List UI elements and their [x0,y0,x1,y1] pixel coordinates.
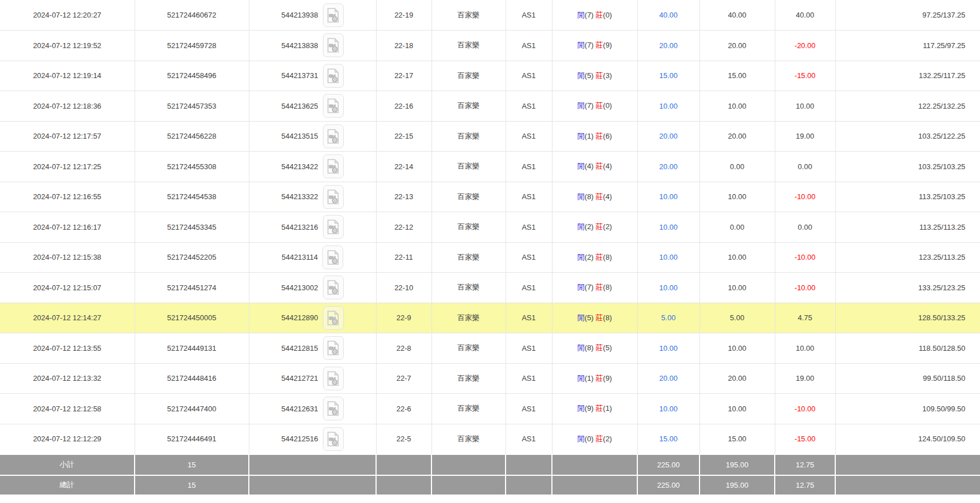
game-type: 百家樂 [457,71,480,80]
valid-amount: 40.00 [728,11,746,19]
ref-no: 521724446491 [167,435,217,443]
result-cell: 閒(7) 莊(9) [552,31,637,61]
video-replay-button[interactable] [323,124,344,148]
win-loss-amount: 0.00 [798,223,812,231]
video-replay-button[interactable] [323,94,344,118]
round-cell: 22-16 [376,91,431,122]
balance: 128.50/133.25 [918,313,965,322]
table-row[interactable]: 2024-07-12 12:12:29 521724446491 5442125… [0,424,980,454]
valid-amount-cell: 20.00 [700,31,775,61]
balance-cell: 113.25/103.25 [835,182,980,212]
round-no: 22-8 [396,344,411,352]
game-type-cell: 百家樂 [431,182,506,212]
result-cell: 閒(5) 莊(3) [552,61,637,91]
game-no-cell: 544213625 [249,91,376,122]
ref-no: 521724452205 [167,253,217,261]
game-no-cell: 544213422 [249,152,376,182]
table-row[interactable]: 2024-07-12 12:16:17 521724453345 5442132… [0,212,980,243]
bet-time: 2024-07-12 12:18:36 [33,102,101,110]
video-replay-button[interactable] [323,276,344,299]
game-type-cell: 百家樂 [431,91,506,122]
video-file-icon [326,250,340,265]
valid-amount: 5.00 [730,313,744,322]
video-replay-button[interactable] [323,367,344,390]
video-replay-button[interactable] [323,215,344,239]
table-row[interactable]: 2024-07-12 12:17:25 521724455308 5442134… [0,152,980,182]
table-row[interactable]: 2024-07-12 12:14:27 521724450005 5442128… [0,303,980,333]
table-name: AS1 [522,283,536,292]
video-replay-button[interactable] [323,64,344,88]
ref-no-cell: 521724450005 [135,303,249,333]
game-type-cell: 百家樂 [431,61,506,91]
round-cell: 22-7 [376,363,431,394]
result-cell: 閒(5) 莊(8) [552,303,637,333]
video-replay-button[interactable] [323,154,344,178]
game-no: 544212631 [281,405,318,413]
ref-no-cell: 521724457353 [135,91,249,122]
game-no-cell: 544212516 [249,424,376,454]
player-label: 閒 [577,283,585,291]
subtotal-row: 小計 15 225.00 195.00 12.75 [0,454,980,475]
bet-time-cell: 2024-07-12 12:18:36 [0,91,135,122]
table-name: AS1 [522,192,536,201]
game-type: 百家樂 [457,162,480,170]
table-row[interactable]: 2024-07-12 12:13:55 521724449131 5442128… [0,333,980,364]
table-row[interactable]: 2024-07-12 12:15:07 521724451274 5442130… [0,273,980,303]
game-type-cell: 百家樂 [431,0,506,31]
table-row[interactable]: 2024-07-12 12:12:58 521724447400 5442126… [0,394,980,424]
round-cell: 22-19 [376,0,431,31]
banker-label: 莊 [595,343,603,352]
table-row[interactable]: 2024-07-12 12:17:57 521724456228 5442135… [0,121,980,152]
table-name-cell: AS1 [506,182,552,212]
banker-points: (3) [603,71,612,80]
balance: 113.25/103.25 [919,192,965,201]
result-cell: 閒(1) 莊(9) [552,363,637,394]
valid-amount: 10.00 [728,283,746,292]
video-replay-button[interactable] [323,336,344,360]
video-replay-button[interactable] [322,246,343,269]
bet-amount: 20.00 [659,374,678,382]
video-replay-button[interactable] [323,397,344,420]
table-name: AS1 [522,313,536,322]
result-cell: 閒(0) 莊(2) [552,424,637,454]
banker-points: (9) [603,41,612,49]
table-row[interactable]: 2024-07-12 12:19:14 521724458496 5442137… [0,61,980,91]
video-replay-button[interactable] [323,427,344,451]
table-row[interactable]: 2024-07-12 12:20:27 521724460672 5442139… [0,0,980,31]
bet-time-cell: 2024-07-12 12:16:17 [0,212,135,243]
table-row[interactable]: 2024-07-12 12:16:55 521724454538 5442133… [0,182,980,212]
game-type-cell: 百家樂 [431,424,506,454]
subtotal-label-cell: 小計 [0,454,135,475]
banker-label: 莊 [595,11,603,19]
video-replay-button[interactable] [323,33,344,57]
table-name: AS1 [522,11,536,19]
player-points: (1) [585,374,596,382]
bet-amount-cell: 10.00 [637,394,700,424]
win-loss-cell: 10.00 [775,91,835,122]
balance-cell: 123.25/113.25 [835,242,980,273]
player-points: (9) [585,404,596,412]
bet-time: 2024-07-12 12:13:32 [33,374,101,382]
game-no: 544212890 [281,313,318,322]
table-row[interactable]: 2024-07-12 12:13:32 521724448416 5442127… [0,363,980,394]
video-replay-button[interactable] [323,306,344,330]
game-no: 544213114 [282,253,318,261]
video-replay-button[interactable] [323,3,344,27]
round-cell: 22-13 [376,182,431,212]
bet-amount-cell: 15.00 [637,424,700,454]
video-file-icon [326,280,340,295]
table-row[interactable]: 2024-07-12 12:18:36 521724457353 5442136… [0,91,980,122]
win-loss-amount: 10.00 [796,344,814,352]
balance: 124.50/109.50 [918,435,965,443]
valid-amount-cell: 10.00 [700,394,775,424]
game-no-cell: 544213515 [249,121,376,152]
table-row[interactable]: 2024-07-12 12:15:38 521724452205 5442131… [0,242,980,273]
valid-amount: 10.00 [728,253,746,261]
valid-amount: 10.00 [728,192,746,201]
table-row[interactable]: 2024-07-12 12:19:52 521724459728 5442138… [0,31,980,61]
game-type: 百家樂 [457,283,480,291]
bet-time: 2024-07-12 12:17:25 [33,162,101,171]
banker-points: (0) [603,101,612,110]
bet-amount-cell: 20.00 [637,363,700,394]
video-replay-button[interactable] [323,185,344,209]
